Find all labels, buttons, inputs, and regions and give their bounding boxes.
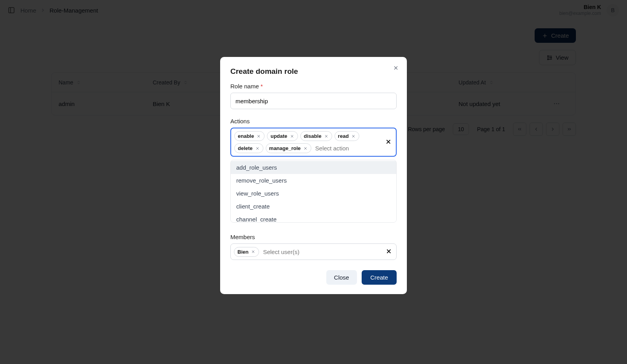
dialog-footer: Close Create [230, 270, 397, 285]
action-chip: update [267, 131, 298, 141]
members-multiselect[interactable]: Bien [230, 243, 397, 260]
action-chip: disable [300, 131, 332, 141]
chip-remove-icon[interactable] [324, 134, 329, 139]
members-search-input[interactable] [261, 247, 382, 257]
actions-multiselect[interactable]: enable update disable read delete manage… [230, 128, 397, 157]
chip-remove-icon[interactable] [256, 134, 261, 139]
chip-remove-icon[interactable] [351, 134, 356, 139]
dialog-create-action[interactable]: Create [362, 270, 397, 285]
chip-label: disable [304, 133, 322, 139]
actions-label: Actions [230, 118, 397, 124]
role-name-label: Role name * [230, 83, 397, 90]
chip-remove-icon[interactable] [290, 134, 294, 139]
actions-clear-button[interactable] [385, 138, 393, 146]
chip-remove-icon[interactable] [255, 146, 260, 151]
chip-label: Bien [237, 249, 248, 255]
action-chip: read [335, 131, 359, 141]
chip-label: delete [238, 145, 253, 151]
create-role-dialog: Create domain role Role name * Actions e… [220, 57, 407, 294]
chip-remove-icon[interactable] [251, 249, 256, 254]
dropdown-option[interactable]: view_role_users [231, 187, 396, 200]
chip-label: read [338, 133, 349, 139]
members-label: Members [230, 234, 397, 240]
action-chip: enable [234, 131, 265, 141]
action-chip: delete [234, 143, 263, 153]
members-clear-button[interactable] [385, 248, 393, 256]
role-name-input[interactable] [230, 93, 397, 109]
close-icon [385, 138, 392, 145]
required-indicator: * [261, 83, 263, 90]
dialog-title: Create domain role [230, 67, 397, 76]
member-chip: Bien [234, 247, 259, 257]
dialog-close-button[interactable] [391, 63, 401, 73]
dialog-close-action[interactable]: Close [326, 270, 357, 285]
chip-label: enable [238, 133, 254, 139]
dropdown-option[interactable]: remove_role_users [231, 174, 396, 187]
chip-remove-icon[interactable] [303, 146, 308, 151]
dropdown-option[interactable]: client_create [231, 200, 396, 213]
dropdown-option[interactable]: add_role_users [231, 161, 396, 174]
close-icon [393, 65, 399, 71]
dropdown-option[interactable]: channel_create [231, 213, 396, 223]
chip-label: update [270, 133, 287, 139]
role-name-label-text: Role name [230, 83, 259, 90]
actions-dropdown[interactable]: add_role_users remove_role_users view_ro… [230, 160, 397, 223]
chip-label: manage_role [269, 145, 301, 151]
close-icon [385, 248, 392, 255]
action-chip: manage_role [266, 143, 311, 153]
actions-search-input[interactable] [314, 143, 382, 153]
modal-overlay[interactable]: Create domain role Role name * Actions e… [0, 0, 627, 364]
